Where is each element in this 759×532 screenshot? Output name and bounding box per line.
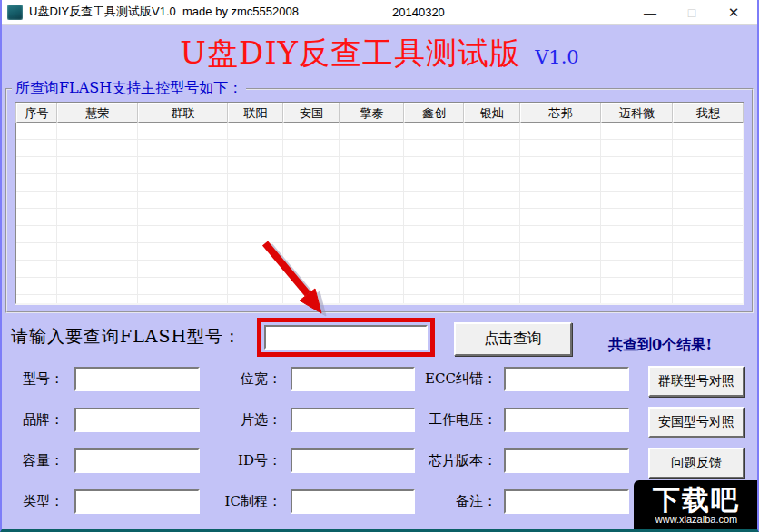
- remark-field[interactable]: [504, 489, 629, 514]
- maximize-button[interactable]: □: [672, 0, 712, 25]
- table-column-grid: [673, 123, 743, 303]
- table-column-grid: [283, 123, 340, 303]
- column-header-smi[interactable]: 慧荣: [57, 103, 138, 123]
- page-title: U盘DIY反查工具测试版 V1.0: [2, 33, 757, 74]
- app-window: U盘DIY反查工具测试版V1.0 made by zmc5552008 2014…: [0, 0, 759, 532]
- window-date: 20140320: [392, 5, 445, 19]
- model-field[interactable]: [74, 367, 200, 391]
- column-header-skymedi[interactable]: 擎泰: [340, 103, 404, 123]
- table-column-grid: [520, 123, 601, 303]
- page-title-version: V1.0: [535, 46, 579, 68]
- column-header-phison[interactable]: 群联: [138, 103, 228, 123]
- column-header-innostor[interactable]: 银灿: [464, 103, 520, 123]
- xiazaiba-url: www.xiazaiba.com: [656, 514, 737, 526]
- ic-process-field[interactable]: [291, 489, 415, 514]
- table-column-grid: [464, 123, 520, 303]
- label-type: 类型：: [7, 489, 64, 514]
- table-column-grid: [601, 123, 673, 303]
- controller-table-body[interactable]: [16, 123, 743, 303]
- title-bar: U盘DIY反查工具测试版V1.0 made by zmc5552008 2014…: [0, 0, 759, 25]
- query-input[interactable]: [264, 325, 428, 350]
- label-model: 型号：: [7, 367, 64, 391]
- table-column-grid: [16, 123, 57, 303]
- xiazaiba-logo: 下载吧: [653, 487, 740, 514]
- chip-select-field[interactable]: [291, 408, 415, 432]
- window-title: U盘DIY反查工具测试版V1.0 made by zmc5552008: [29, 4, 299, 20]
- column-header-woxiang[interactable]: 我想: [673, 103, 743, 123]
- query-input-highlight: [257, 318, 435, 357]
- feedback-button[interactable]: 问题反馈: [648, 448, 744, 478]
- controller-table: 序号 慧荣 群联 联阳 安国 擎泰 鑫创 银灿 芯邦 迈科微 我想: [15, 102, 744, 305]
- column-header-itе[interactable]: 联阳: [228, 103, 283, 123]
- label-brand: 品牌：: [7, 408, 64, 432]
- table-column-grid: [340, 123, 404, 303]
- label-chip-version: 芯片版本：: [401, 448, 497, 473]
- label-bus-width: 位宽：: [209, 367, 281, 391]
- ecc-field[interactable]: [504, 367, 629, 391]
- flash-groupbox: 所查询FLASH支持主控型号如下： 序号 慧荣 群联 联阳 安国 擎泰 鑫创 银…: [5, 88, 754, 313]
- search-button[interactable]: 点击查询: [454, 322, 572, 356]
- column-header-chipsbank[interactable]: 芯邦: [520, 103, 601, 123]
- label-id: ID号：: [209, 448, 281, 473]
- column-header-ssscore[interactable]: 鑫创: [404, 103, 464, 123]
- minimize-button[interactable]: —: [630, 0, 670, 25]
- column-header-mxtronics[interactable]: 迈科微: [601, 103, 673, 123]
- brand-field[interactable]: [74, 408, 200, 432]
- id-field[interactable]: [291, 448, 415, 473]
- label-ecc: ECC纠错：: [401, 367, 497, 391]
- label-voltage: 工作电压：: [401, 408, 497, 432]
- table-column-grid: [57, 123, 138, 303]
- flash-groupbox-label: 所查询FLASH支持主控型号如下：: [12, 79, 246, 98]
- label-capacity: 容量：: [7, 448, 64, 473]
- voltage-field[interactable]: [504, 408, 629, 432]
- chip-version-field[interactable]: [504, 448, 629, 473]
- controller-table-header: 序号 慧荣 群联 联阳 安国 擎泰 鑫创 银灿 芯邦 迈科微 我想: [16, 103, 743, 123]
- capacity-field[interactable]: [74, 448, 200, 473]
- phison-compare-button[interactable]: 群联型号对照: [648, 366, 744, 397]
- column-header-alcor[interactable]: 安国: [283, 103, 340, 123]
- close-button[interactable]: ✕: [714, 0, 754, 25]
- alcor-compare-button[interactable]: 安国型号对照: [648, 407, 744, 438]
- bus-width-field[interactable]: [291, 367, 415, 391]
- table-column-grid: [228, 123, 283, 303]
- table-column-grid: [138, 123, 228, 303]
- label-chip-select: 片选：: [209, 408, 281, 432]
- result-count-text: 共查到0个结果!: [608, 336, 712, 355]
- column-header-index[interactable]: 序号: [16, 103, 57, 123]
- xiazaiba-watermark: 下载吧 www.xiazaiba.com: [634, 480, 759, 532]
- label-remark: 备注：: [401, 489, 497, 514]
- label-ic-process: IC制程：: [209, 489, 281, 514]
- query-label: 请输入要查询FLASH型号：: [11, 325, 242, 349]
- table-column-grid: [404, 123, 464, 303]
- type-field[interactable]: [74, 489, 200, 514]
- app-icon: [7, 5, 23, 20]
- page-title-text: U盘DIY反查工具测试版: [180, 34, 521, 71]
